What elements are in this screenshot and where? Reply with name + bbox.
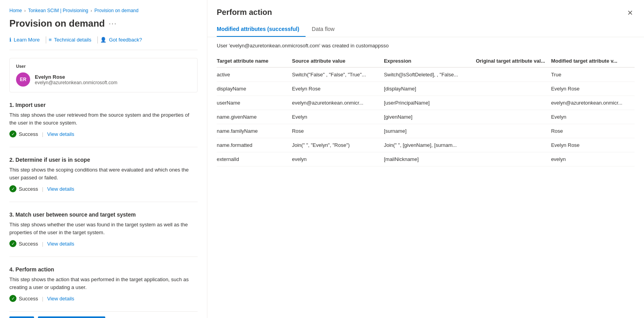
col-header-original: Original target attribute val... [476, 55, 551, 67]
step-4-success-icon: ✓ [9, 295, 16, 302]
step-1-status-text: Success [19, 131, 38, 137]
cell-target: externalId [217, 152, 292, 166]
step-4-status-text: Success [19, 296, 38, 302]
cell-expression: Switch([IsSoftDeleted], , "False... [384, 67, 476, 82]
cell-original [476, 110, 551, 124]
table-row: displayNameEvelyn Rose[displayName]Evely… [217, 82, 635, 96]
user-card-label: User [16, 64, 191, 69]
page-title-row: Provision on demand ··· [9, 18, 198, 29]
divider-1 [9, 147, 198, 147]
toolbar: ℹ Learn More ≡ Technical details 👤 Got f… [9, 35, 198, 50]
step-1-status: ✓ Success | View details [9, 130, 198, 137]
cell-modified: Evelyn Rose [551, 82, 635, 96]
page-title: Provision on demand [9, 18, 105, 29]
step-2: 2. Determine if user is in scope This st… [9, 157, 198, 192]
cell-source: Join(" ", "Evelyn", "Rose") [292, 138, 384, 152]
cell-expression: [userPrincipalName] [384, 96, 476, 110]
cell-expression: [mailNickname] [384, 152, 476, 166]
cell-source: Rose [292, 124, 384, 138]
close-button[interactable]: ✕ [626, 8, 635, 18]
technical-details-button[interactable]: ≡ Technical details [49, 35, 95, 44]
cell-original [476, 67, 551, 82]
breadcrumb-parent[interactable]: Tonkean SCIM | Provisioning [28, 8, 88, 13]
cell-expression: Join(" ", [givenName], [surnam... [384, 138, 476, 152]
divider-3 [9, 257, 198, 257]
tab-data-flow[interactable]: Data flow [312, 23, 341, 37]
cell-target: displayName [217, 82, 292, 96]
step-1-desc: This step shows the user retrieved from … [9, 111, 198, 126]
breadcrumb: Home › Tonkean SCIM | Provisioning › Pro… [9, 8, 198, 13]
cell-target: active [217, 67, 292, 82]
close-icon: ✕ [627, 9, 633, 17]
step-2-status-text: Success [19, 186, 38, 192]
col-header-expression: Expression [384, 55, 476, 67]
cell-source: Switch("False" , "False", "True"... [292, 67, 384, 82]
col-header-modified: Modified target attribute v... [551, 55, 635, 67]
creation-message: User 'evelyn@azuretonkean.onmicrosoft.co… [217, 43, 635, 49]
step-2-view-details[interactable]: View details [47, 186, 74, 192]
step-2-desc: This step shows the scoping conditions t… [9, 166, 198, 181]
panel-header: Perform action ✕ [207, 0, 644, 18]
breadcrumb-current: Provision on demand [94, 8, 139, 13]
panel-title: Perform action [217, 8, 272, 17]
tab-modified-attributes[interactable]: Modified attributes (successful) [217, 23, 306, 37]
user-email: evelyn@azuretonkean.onmicrosoft.com [35, 80, 117, 85]
cell-modified: Evelyn [551, 110, 635, 124]
cell-source: evelyn [292, 152, 384, 166]
provision-another-button[interactable]: Provision another object [38, 316, 105, 318]
step-3-title: 3. Match user between source and target … [9, 211, 198, 218]
pipe-1: | [42, 131, 43, 137]
user-name: Evelyn Rose [35, 74, 117, 80]
got-feedback-button[interactable]: 👤 Got feedback? [100, 35, 146, 44]
table-row: externalIdevelyn[mailNickname]evelyn [217, 152, 635, 166]
cell-modified: evelyn@azuretonkean.onmicr... [551, 96, 635, 110]
step-3-status-text: Success [19, 241, 38, 247]
panel-tabs: Modified attributes (successful) Data fl… [207, 18, 644, 37]
more-options-icon[interactable]: ··· [109, 20, 117, 28]
step-4-view-details[interactable]: View details [47, 296, 74, 302]
col-header-target: Target attribute name [217, 55, 292, 67]
learn-more-button[interactable]: ℹ Learn More [9, 35, 43, 44]
step-1-title: 1. Import user [9, 102, 198, 108]
table-row: userNameevelyn@azuretonkean.onmicr...[us… [217, 96, 635, 110]
step-4-desc: This step shows the action that was perf… [9, 276, 198, 291]
cell-original [476, 124, 551, 138]
cell-modified: Rose [551, 124, 635, 138]
cell-original [476, 96, 551, 110]
step-2-status: ✓ Success | View details [9, 185, 198, 192]
step-3-desc: This step shows whether the user was fou… [9, 221, 198, 236]
cell-target: userName [217, 96, 292, 110]
toolbar-separator [46, 36, 46, 43]
cell-target: name.familyName [217, 124, 292, 138]
pipe-4: | [42, 296, 43, 302]
step-1: 1. Import user This step shows the user … [9, 102, 198, 137]
table-row: name.formattedJoin(" ", "Evelyn", "Rose"… [217, 138, 635, 152]
step-4-title: 4. Perform action [9, 266, 198, 273]
table-header-row: Target attribute name Source attribute v… [217, 55, 635, 67]
step-3-success-icon: ✓ [9, 240, 16, 247]
cell-modified: evelyn [551, 152, 635, 166]
table-row: activeSwitch("False" , "False", "True"..… [217, 67, 635, 82]
step-2-title: 2. Determine if user is in scope [9, 157, 198, 163]
left-panel: Home › Tonkean SCIM | Provisioning › Pro… [0, 0, 207, 318]
table-row: name.familyNameRose[surname]Rose [217, 124, 635, 138]
user-details: Evelyn Rose evelyn@azuretonkean.onmicros… [35, 74, 117, 85]
list-icon: ≡ [49, 37, 52, 43]
feedback-icon: 👤 [100, 37, 106, 43]
bottom-actions: Retry Provision another object [9, 311, 198, 318]
toolbar-separator-2 [97, 36, 98, 43]
breadcrumb-home[interactable]: Home [9, 8, 22, 13]
cell-expression: [displayName] [384, 82, 476, 96]
retry-button[interactable]: Retry [9, 316, 34, 318]
info-icon: ℹ [9, 37, 11, 43]
step-4-status: ✓ Success | View details [9, 295, 198, 302]
user-card: User ER Evelyn Rose evelyn@azuretonkean.… [9, 58, 198, 92]
step-3-view-details[interactable]: View details [47, 241, 74, 247]
cell-expression: [surname] [384, 124, 476, 138]
user-card-info: ER Evelyn Rose evelyn@azuretonkean.onmic… [16, 72, 191, 87]
cell-source: Evelyn [292, 110, 384, 124]
technical-details-label: Technical details [54, 37, 91, 43]
divider-2 [9, 202, 198, 202]
step-3-status: ✓ Success | View details [9, 240, 198, 247]
step-1-view-details[interactable]: View details [47, 131, 74, 137]
